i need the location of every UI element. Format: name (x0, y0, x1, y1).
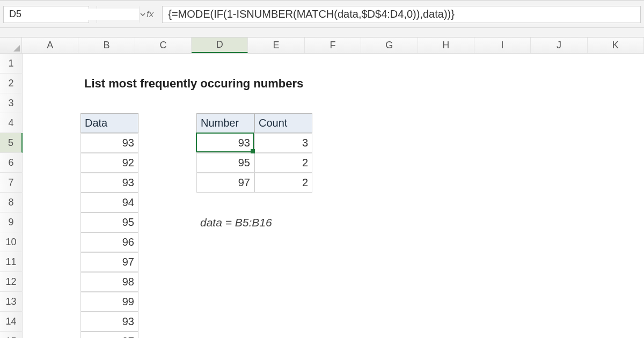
formula-bar: fx {=MODE(IF(1-ISNUMBER(MATCH(data,$D$4:… (0, 0, 644, 28)
result-number-0-text: 93 (238, 137, 250, 149)
row-header-3[interactable]: 3 (0, 93, 23, 113)
result-header-1-text: Count (259, 117, 287, 129)
data-row-2-text: 93 (122, 177, 134, 189)
data-row-1-text: 92 (122, 157, 134, 169)
data-row-0[interactable]: 93 (80, 133, 138, 153)
row-header-13[interactable]: 13 (0, 292, 23, 312)
column-header-I[interactable]: I (474, 38, 531, 53)
cells-area[interactable]: List most frequently occuring numbersDat… (23, 54, 644, 338)
formula-input[interactable]: {=MODE(IF(1-ISNUMBER(MATCH(data,$D$4:D4,… (162, 6, 641, 23)
row-headers: 123456789101112131415 (0, 54, 23, 338)
data-row-0-text: 93 (122, 137, 134, 149)
data-row-4-text: 95 (122, 216, 134, 229)
result-header-1[interactable]: Count (254, 113, 312, 133)
name-box-input[interactable] (4, 9, 139, 20)
data-row-8-text: 99 (122, 296, 134, 308)
data-row-1[interactable]: 92 (80, 153, 138, 173)
column-header-C[interactable]: C (135, 38, 192, 53)
excel-window: fx {=MODE(IF(1-ISNUMBER(MATCH(data,$D$4:… (0, 0, 644, 338)
result-number-2[interactable]: 97 (196, 173, 254, 193)
column-header-F[interactable]: F (305, 38, 361, 53)
page-title: List most frequently occuring numbers (80, 74, 349, 93)
fx-label[interactable]: fx (147, 9, 153, 20)
name-box-dropdown-icon[interactable] (139, 6, 146, 23)
row-header-12[interactable]: 12 (0, 272, 23, 292)
column-header-K[interactable]: K (588, 38, 644, 53)
data-row-5[interactable]: 96 (80, 232, 138, 252)
data-header-text: Data (85, 117, 107, 129)
column-header-E[interactable]: E (248, 38, 304, 53)
select-all-triangle[interactable] (0, 38, 22, 53)
row-header-1[interactable]: 1 (0, 54, 23, 74)
result-count-2[interactable]: 2 (254, 173, 312, 193)
result-count-2-text: 2 (302, 177, 308, 189)
data-row-8[interactable]: 99 (80, 292, 138, 312)
data-row-2[interactable]: 93 (80, 173, 138, 193)
data-row-10-text: 97 (122, 335, 134, 338)
data-header[interactable]: Data (80, 113, 138, 133)
result-count-1[interactable]: 2 (254, 153, 312, 173)
row-header-8[interactable]: 8 (0, 193, 23, 212)
data-row-6-text: 97 (122, 256, 134, 268)
column-header-A[interactable]: A (22, 38, 78, 53)
column-header-B[interactable]: B (78, 38, 135, 53)
name-box[interactable] (3, 6, 89, 23)
row-header-14[interactable]: 14 (0, 312, 23, 332)
result-count-0[interactable]: 3 (254, 133, 312, 153)
row-header-4[interactable]: 4 (0, 113, 23, 133)
row-header-7[interactable]: 7 (0, 173, 23, 193)
column-header-J[interactable]: J (531, 38, 587, 53)
data-row-9[interactable]: 93 (80, 312, 138, 332)
result-count-0-text: 3 (302, 137, 308, 149)
data-row-3[interactable]: 94 (80, 193, 138, 212)
data-row-7[interactable]: 98 (80, 272, 138, 292)
range-note: data = B5:B16 (196, 212, 336, 232)
result-number-2-text: 97 (238, 177, 250, 189)
data-row-4[interactable]: 95 (80, 212, 138, 232)
row-header-6[interactable]: 6 (0, 153, 23, 173)
result-number-1-text: 95 (238, 157, 250, 169)
grid[interactable]: ABCDEFGHIJK 123456789101112131415 List m… (0, 38, 644, 338)
column-header-D[interactable]: D (192, 38, 248, 53)
data-row-6[interactable]: 97 (80, 252, 138, 272)
result-number-0[interactable]: 93 (196, 133, 254, 153)
row-header-10[interactable]: 10 (0, 232, 23, 252)
row-header-9[interactable]: 9 (0, 212, 23, 232)
data-row-7-text: 98 (122, 276, 134, 288)
row-header-5[interactable]: 5 (0, 133, 23, 153)
data-row-5-text: 96 (122, 236, 134, 248)
column-headers: ABCDEFGHIJK (0, 38, 644, 54)
toolbar-gap (0, 28, 644, 38)
row-header-15[interactable]: 15 (0, 332, 23, 338)
data-row-3-text: 94 (122, 196, 134, 209)
column-header-H[interactable]: H (418, 38, 474, 53)
row-header-11[interactable]: 11 (0, 252, 23, 272)
result-header-0[interactable]: Number (196, 113, 254, 133)
result-count-1-text: 2 (302, 157, 308, 169)
data-row-10[interactable]: 97 (80, 332, 138, 338)
result-header-0-text: Number (201, 117, 239, 129)
row-header-2[interactable]: 2 (0, 74, 23, 93)
column-header-G[interactable]: G (361, 38, 418, 53)
data-row-9-text: 93 (122, 315, 134, 328)
result-number-1[interactable]: 95 (196, 153, 254, 173)
